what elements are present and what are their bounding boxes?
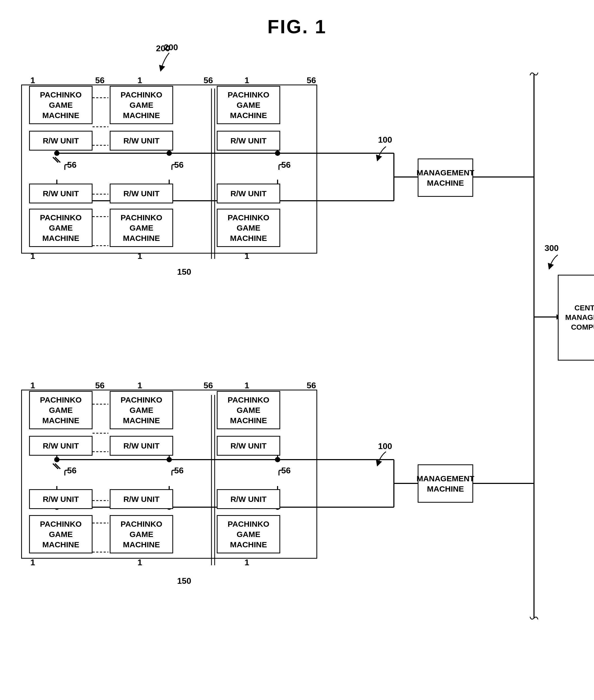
ref-150-bot: 150 [177, 576, 191, 586]
ref-56-bg-top-col1: 56 [95, 380, 105, 390]
ref-1-top-col3: 1 [244, 75, 249, 85]
ref-1-top-col1: 1 [30, 75, 35, 85]
ref-1-bg-top-col1: 1 [30, 380, 35, 390]
ref-100-bot: 100 [378, 441, 392, 451]
ref-1-bg-bot-col3: 1 [244, 557, 249, 567]
management-machine-bot: MANAGEMENTMACHINE [418, 464, 473, 503]
ref-56-bg-top-col2: 56 [203, 380, 213, 390]
ref-300: 300 [544, 243, 559, 253]
group-box-top [21, 84, 317, 254]
ref-56-bg-top-col3: 56 [307, 380, 316, 390]
ref-56-top-col1: 56 [95, 75, 105, 85]
ref-1-bg-bot-col1: 1 [30, 557, 35, 567]
group-box-bottom [21, 390, 317, 559]
ref-1-bg-bot-col2: 1 [137, 557, 142, 567]
ref-1-bg-top-col2: 1 [137, 380, 142, 390]
ref-1-bg-top-col3: 1 [244, 380, 249, 390]
ref-56-top-col3: 56 [307, 75, 316, 85]
central-management-computer: CENTRALMANAGEMENTCOMPUTER [558, 275, 594, 360]
page-title: FIG. 1 [0, 0, 594, 37]
ref-150-top: 150 [177, 267, 191, 277]
ref-1-top-col2: 1 [137, 75, 142, 85]
management-machine-top: MANAGEMENTMACHINE [418, 159, 473, 197]
ref-56-top-col2: 56 [203, 75, 213, 85]
ref-100-top: 100 [378, 135, 392, 145]
